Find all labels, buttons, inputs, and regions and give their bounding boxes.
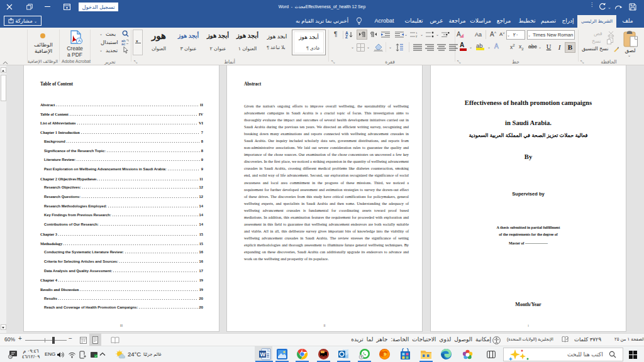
svg-text:٢: ٢ xyxy=(416,35,418,38)
svg-text:ac: ac xyxy=(121,42,125,45)
svg-text:W: W xyxy=(260,351,266,358)
svg-text:T: T xyxy=(360,355,363,359)
svg-text:Z: Z xyxy=(345,35,348,38)
